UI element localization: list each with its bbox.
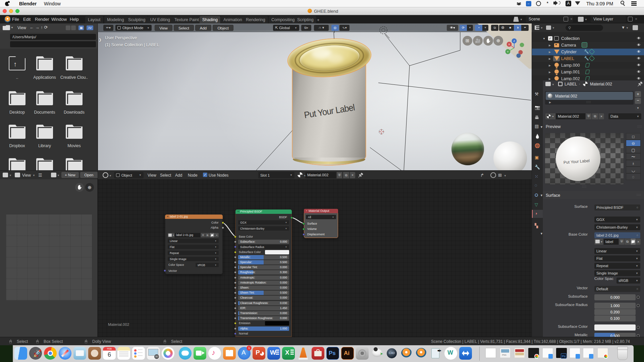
svg-text:X: X — [508, 43, 510, 46]
svg-text:Z: Z — [514, 40, 515, 43]
svg-text:Y: Y — [507, 50, 509, 53]
